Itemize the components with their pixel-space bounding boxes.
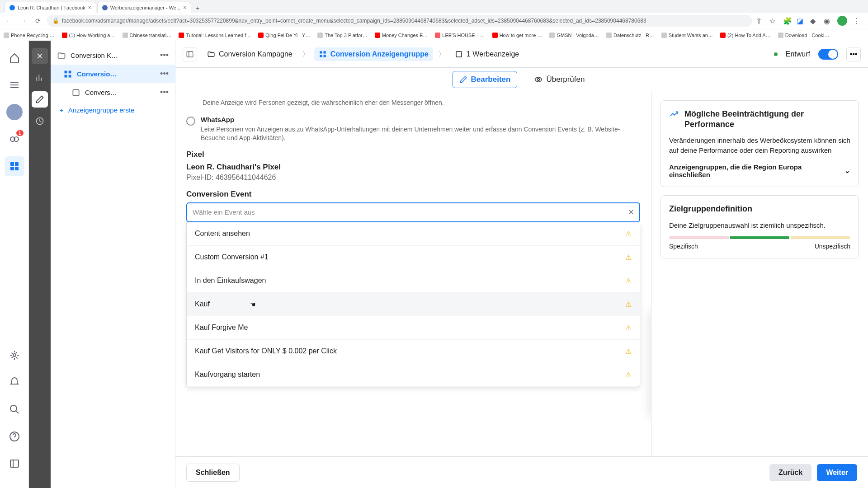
more-icon[interactable]: ••• xyxy=(160,69,169,79)
nav-rail: 1 xyxy=(0,41,29,488)
close-icon[interactable] xyxy=(32,48,48,64)
grid-icon xyxy=(319,50,327,58)
bookmark-item[interactable]: (1) How Working a… xyxy=(62,33,115,38)
browser-tab-0[interactable]: Leon R. Chaudhari | Facebook× xyxy=(5,2,96,13)
fb-pixel-icon[interactable]: ◪ xyxy=(797,17,805,25)
footer: Schließen Zurück Weiter xyxy=(175,456,868,488)
home-icon[interactable] xyxy=(5,48,24,68)
clear-icon[interactable]: × xyxy=(628,207,634,217)
close-icon[interactable]: × xyxy=(183,5,186,11)
conversion-event-select[interactable]: × xyxy=(186,202,640,222)
svg-point-22 xyxy=(538,78,540,80)
ext-icon[interactable]: ◆ xyxy=(810,17,818,25)
whatsapp-option[interactable]: WhatsApp Leite Personen von Anzeigen aus… xyxy=(186,116,640,143)
tab-review[interactable]: Überprüfen xyxy=(528,71,591,88)
edit-icon[interactable] xyxy=(32,91,48,108)
crumb-adset[interactable]: Conversion Anzeigengruppe xyxy=(314,47,433,61)
bookmark-item[interactable]: The Top 3 Platfor… xyxy=(317,33,368,38)
svg-rect-14 xyxy=(69,75,71,77)
main-area: Conversion Kampagne 〉 Conversion Anzeige… xyxy=(175,41,868,488)
warning-icon: ⚠ xyxy=(625,371,632,379)
folder-icon xyxy=(207,50,215,58)
new-tab-button[interactable]: + xyxy=(192,4,203,13)
bell-icon[interactable] xyxy=(5,372,24,392)
grid-icon xyxy=(63,70,72,79)
svg-rect-12 xyxy=(69,70,71,73)
browser-chrome: Leon R. Chaudhari | Facebook× Werbeanzei… xyxy=(0,0,868,29)
tree-campaign[interactable]: Conversion K… ••• xyxy=(51,46,175,65)
messenger-description: Deine Anzeige wird Personen gezeigt, die… xyxy=(186,99,640,108)
event-option[interactable]: Content ansehen⚠ xyxy=(187,222,640,246)
expand-europe[interactable]: Anzeigengruppen, die die Region Europa e… xyxy=(669,163,850,178)
bookmark-item[interactable]: Phone Recycling … xyxy=(4,33,55,38)
cursor-icon: ☚ xyxy=(250,301,256,308)
crumb-ad[interactable]: 1 Werbeanzeige xyxy=(450,47,524,61)
svg-rect-19 xyxy=(320,55,322,57)
ads-manager-icon[interactable] xyxy=(5,156,24,176)
pixel-section-label: Pixel xyxy=(186,150,640,159)
meta-icon[interactable]: 1 xyxy=(5,129,24,149)
event-option[interactable]: Custom Conversion #1⚠ xyxy=(187,246,640,269)
event-section-label: Conversion Event xyxy=(186,190,640,199)
crumb-campaign[interactable]: Conversion Kampagne xyxy=(203,47,297,61)
panel-toggle-icon[interactable] xyxy=(183,47,197,61)
bookmark-item[interactable]: How to get more … xyxy=(492,33,542,38)
bookmark-item[interactable]: Tutorial: Lessons Learned f… xyxy=(179,33,251,38)
share-icon[interactable]: ⇧ xyxy=(756,17,764,25)
forward-button[interactable]: → xyxy=(18,15,29,26)
more-icon[interactable]: ••• xyxy=(160,88,169,97)
more-icon[interactable]: ••• xyxy=(160,51,169,60)
status-toggle[interactable] xyxy=(818,49,838,60)
help-icon[interactable] xyxy=(5,427,24,446)
event-search-input[interactable] xyxy=(193,208,628,216)
event-option[interactable]: Kaufvorgang starten⚠ xyxy=(187,363,640,387)
event-option-kauf[interactable]: Kauf⚠☚ xyxy=(187,293,640,316)
bookmark-item[interactable]: Datenschutz - R… xyxy=(606,33,654,38)
back-button[interactable]: ← xyxy=(4,15,14,26)
event-option[interactable]: In den Einkaufswagen⚠ xyxy=(187,269,640,293)
url-bar[interactable]: 🔒facebook.com/adsmanager/manage/adsets/e… xyxy=(47,15,752,27)
collapse-icon[interactable] xyxy=(5,454,24,474)
tree-adset[interactable]: Conversio… ••• xyxy=(51,65,175,83)
close-icon[interactable]: × xyxy=(88,5,91,11)
menu-icon[interactable]: ⋮ xyxy=(853,17,861,25)
bookmark-item[interactable]: (2) How To Add A… xyxy=(720,33,771,38)
avatar-icon[interactable] xyxy=(837,16,847,26)
extensions-icon[interactable]: 🧩 xyxy=(783,17,791,25)
ext-icon-2[interactable]: ◉ xyxy=(824,17,832,25)
search-icon[interactable] xyxy=(5,399,24,419)
add-adset-button[interactable]: + Anzeigengruppe erste xyxy=(51,102,175,118)
settings-icon[interactable] xyxy=(5,345,24,365)
chart-icon[interactable] xyxy=(32,70,48,86)
sub-rail xyxy=(29,41,51,488)
history-icon[interactable] xyxy=(32,113,48,129)
tab-edit[interactable]: Bearbeiten xyxy=(453,71,518,88)
ad-icon xyxy=(71,88,80,97)
star-icon[interactable]: ☆ xyxy=(769,17,778,25)
reload-button[interactable]: ⟳ xyxy=(33,15,43,26)
menu-icon[interactable] xyxy=(5,75,24,95)
avatar[interactable] xyxy=(5,102,24,122)
bookmarks-bar: Phone Recycling … (1) How Working a… Chi… xyxy=(0,29,868,41)
bookmark-item[interactable]: Money Changes E… xyxy=(375,33,428,38)
bookmark-item[interactable]: Qing Fei De Yi - Y… xyxy=(258,33,310,38)
bookmark-item[interactable]: Chinese translati… xyxy=(123,33,172,38)
back-button[interactable]: Zurück xyxy=(769,464,811,481)
more-menu-icon[interactable]: ••• xyxy=(846,47,861,61)
event-option[interactable]: Kauf Get Visitors for ONLY $ 0.002 per C… xyxy=(187,340,640,363)
svg-rect-18 xyxy=(323,51,326,53)
bookmark-item[interactable]: GMSN - Volgoda… xyxy=(549,33,599,38)
next-button[interactable]: Weiter xyxy=(817,464,857,481)
bookmark-item[interactable]: Download - Cooki… xyxy=(778,33,830,38)
chevron-right-icon: 〉 xyxy=(439,50,445,58)
close-button[interactable]: Schließen xyxy=(186,464,240,482)
svg-rect-20 xyxy=(323,55,326,57)
tree-ad[interactable]: Convers… ••• xyxy=(51,83,175,102)
bookmark-item[interactable]: LEE'S HOUSE—… xyxy=(435,33,485,38)
svg-rect-13 xyxy=(65,75,67,77)
audience-card: Zielgruppendefinition Deine Zielgruppena… xyxy=(660,195,859,258)
browser-tab-1[interactable]: Werbeanzeigenmanager - We...× xyxy=(97,2,192,13)
event-option[interactable]: Kauf Forgive Me⚠ xyxy=(187,316,640,340)
bookmark-item[interactable]: Student Wants an… xyxy=(661,33,713,38)
folder-icon xyxy=(57,51,66,60)
